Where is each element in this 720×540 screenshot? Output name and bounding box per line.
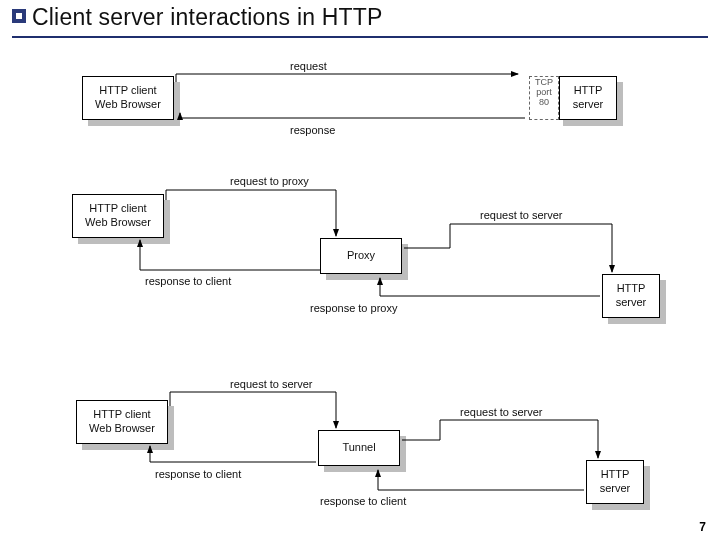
node-client-1: HTTP clientWeb Browser [82,76,174,120]
node-tunnel-label: Tunnel [342,441,375,455]
label-resp-proxy: response to proxy [310,302,397,314]
node-server-2: HTTPserver [602,274,660,318]
node-server-3: HTTPserver [586,460,644,504]
node-server-1-label: HTTPserver [573,84,604,112]
node-server-1: HTTPserver [559,76,617,120]
node-proxy-label: Proxy [347,249,375,263]
node-client-2: HTTP clientWeb Browser [72,194,164,238]
node-client-1-label: HTTP clientWeb Browser [95,84,161,112]
label-response: response [290,124,335,136]
label-resp-client: response to client [145,275,231,287]
node-client-2-label: HTTP clientWeb Browser [85,202,151,230]
label-req-server: request to server [480,209,563,221]
label-d3-req-b: request to server [460,406,543,418]
label-d3-resp-a: response to client [155,468,241,480]
node-client-3: HTTP clientWeb Browser [76,400,168,444]
page-number: 7 [699,520,706,534]
label-d3-req-a: request to server [230,378,313,390]
node-server-2-label: HTTPserver [616,282,647,310]
label-d3-resp-b: response to client [320,495,406,507]
node-proxy: Proxy [320,238,402,274]
label-req-proxy: request to proxy [230,175,309,187]
diagram-area: HTTP clientWeb Browser TCPport80 HTTPser… [0,0,720,540]
node-server-3-label: HTTPserver [600,468,631,496]
node-tunnel: Tunnel [318,430,400,466]
port-80: TCPport80 [529,76,559,120]
label-request: request [290,60,327,72]
node-client-3-label: HTTP clientWeb Browser [89,408,155,436]
